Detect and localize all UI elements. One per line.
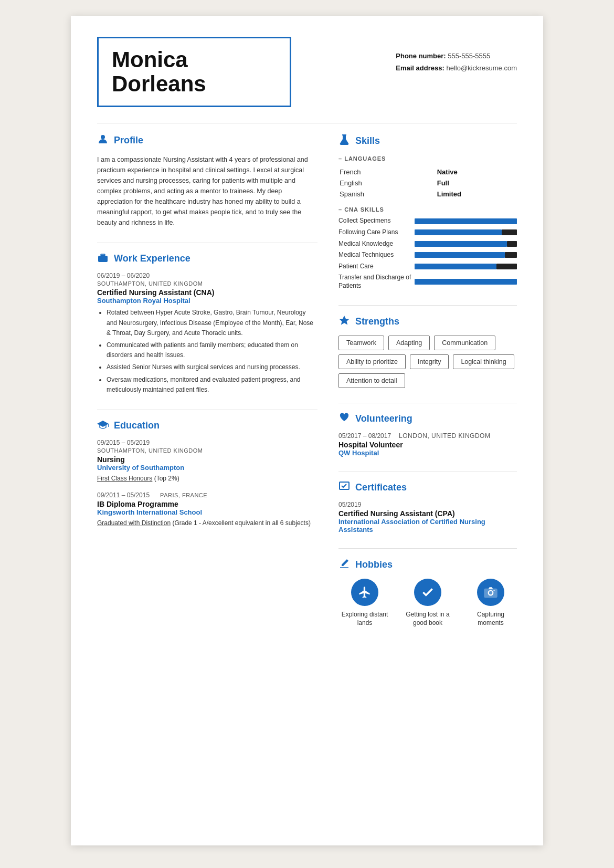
education-section: Education 09/2015 – 05/2019 SOUTHAMPTON,… <box>97 420 317 527</box>
left-column: Profile I am a compassionate Nursing Ass… <box>97 134 317 642</box>
certificates-title: Certificates <box>355 482 407 493</box>
certificates-section: Certificates 05/2019 Certified Nursing A… <box>338 482 517 534</box>
education-title: Education <box>114 420 160 431</box>
lang-level: Native <box>437 167 516 177</box>
lang-name: Spanish <box>340 189 436 199</box>
edu-entry-0: 09/2015 – 05/2019 SOUTHAMPTON, UNITED KI… <box>97 439 317 482</box>
cna-skill-label: Transfer and Discharge of Patients <box>338 274 415 290</box>
strength-tag: Communication <box>434 336 495 350</box>
languages-header: – LANGUAGES <box>338 155 517 162</box>
flask-icon <box>338 134 350 148</box>
hobby-label: Exploring distant lands <box>338 610 391 628</box>
volunteering-header: Volunteering <box>338 413 517 425</box>
cna-skill-bar <box>415 279 517 285</box>
lang-row: SpanishLimited <box>340 189 516 199</box>
hobby-item: Getting lost in a good book <box>401 579 454 628</box>
certificates-header: Certificates <box>338 482 517 494</box>
strength-tag: Attention to detail <box>338 373 405 388</box>
skills-section: Skills – LANGUAGES FrenchNativeEnglishFu… <box>338 134 517 290</box>
edu-honor-1: Graduated with Distinction (Grade 1 - A/… <box>97 519 317 527</box>
skills-header: Skills <box>338 134 517 148</box>
profile-title: Profile <box>114 135 143 146</box>
hobbies-section: Hobbies Exploring distant lands Getting … <box>338 558 517 628</box>
edu-degree-1: IB Diploma Programme <box>97 500 317 508</box>
lang-level: Limited <box>437 189 516 199</box>
email-row: Email address: hello@kickresume.com <box>396 62 517 74</box>
lang-row: FrenchNative <box>340 167 516 177</box>
cna-skill-row: Collect Specimens <box>338 217 517 225</box>
cna-skill-bar <box>415 218 517 224</box>
edu-honor-note-0: (Top 2%) <box>152 475 179 482</box>
svg-point-12 <box>493 590 494 591</box>
edu-honor-0: First Class Honours (Top 2%) <box>97 475 317 482</box>
edu-entry-1: 09/2011 – 05/2015 PARIS, FRANCE IB Diplo… <box>97 491 317 527</box>
strength-tag: Logical thinking <box>453 354 514 369</box>
phone-row: Phone number: 555-555-5555 <box>396 50 517 62</box>
strength-tag: Ability to prioritize <box>338 354 406 369</box>
svg-point-0 <box>101 135 105 139</box>
lang-row: EnglishFull <box>340 178 516 188</box>
phone-value: 555-555-5555 <box>448 52 490 60</box>
work-header: Work Experience <box>97 253 317 265</box>
cna-skill-fill <box>415 241 507 247</box>
cna-skill-bar <box>415 241 517 247</box>
work-dates-0: 06/2019 – 06/2020 <box>97 272 317 279</box>
bullet-0-0: Rotated between Hyper Acute Stroke, Gast… <box>107 308 317 338</box>
hobbies-title: Hobbies <box>355 559 393 570</box>
graduation-icon <box>97 420 109 432</box>
cna-skill-fill <box>415 229 502 235</box>
cna-skill-label: Medical Knowledge <box>338 240 415 248</box>
cert-divider <box>338 548 517 549</box>
work-title: Work Experience <box>114 253 190 264</box>
vol-dates-0: 05/2017 – 08/2017 <box>338 432 391 440</box>
education-header: Education <box>97 420 317 432</box>
lang-level: Full <box>437 178 516 188</box>
resume-header: Monica Dorleans Phone number: 555-555-55… <box>97 37 517 107</box>
work-location-0: SOUTHAMPTON, UNITED KINGDOM <box>97 280 317 287</box>
profile-text: I am a compassionate Nursing Assistant w… <box>97 154 317 228</box>
strengths-section: Strengths TeamworkAdaptingCommunicationA… <box>338 315 517 388</box>
name-box: Monica Dorleans <box>97 37 291 107</box>
bullet-0-2: Assisted Senior Nurses with surgical ser… <box>107 362 317 372</box>
cna-header: – CNA SKILLS <box>338 206 517 213</box>
hobby-item: Capturing moments <box>464 579 517 628</box>
cna-skill-fill <box>415 279 517 285</box>
volunteering-title: Volunteering <box>355 413 412 424</box>
strengths-header: Strengths <box>338 315 517 328</box>
vol-meta-0: 05/2017 – 08/2017 LONDON, UNITED KINGDOM <box>338 432 517 440</box>
edu-degree-0: Nursing <box>97 455 317 464</box>
phone-label: Phone number: <box>396 52 446 60</box>
svg-marker-7 <box>340 316 350 325</box>
pencil-icon <box>338 558 350 571</box>
cna-skill-label: Medical Techniques <box>338 251 415 259</box>
person-icon <box>97 134 109 147</box>
work-bullets-0: Rotated between Hyper Acute Stroke, Gast… <box>107 308 317 395</box>
heart-icon <box>338 413 350 425</box>
vol-org-0: QW Hospital <box>338 449 517 457</box>
cna-skill-row: Following Care Plans <box>338 228 517 237</box>
hobby-item: Exploring distant lands <box>338 579 391 628</box>
email-label: Email address: <box>396 64 444 72</box>
cert-icon <box>338 482 350 494</box>
skills-divider <box>338 305 517 306</box>
work-divider <box>97 410 317 410</box>
strengths-grid: TeamworkAdaptingCommunicationAbility to … <box>338 336 517 388</box>
cna-skill-row: Transfer and Discharge of Patients <box>338 274 517 290</box>
hobby-icon <box>414 579 441 606</box>
svg-rect-2 <box>98 256 108 262</box>
cna-skill-bar <box>415 229 517 235</box>
edu-dates-1: 09/2011 – 05/2015 <box>97 491 150 499</box>
languages-table: FrenchNativeEnglishFullSpanishLimited <box>338 166 517 200</box>
main-content: Profile I am a compassionate Nursing Ass… <box>97 134 517 642</box>
edu-honor-text-1: Graduated with Distinction <box>97 519 171 527</box>
strength-tag: Teamwork <box>338 336 384 350</box>
cna-skill-fill <box>415 218 517 224</box>
strengths-title: Strengths <box>355 316 399 327</box>
right-column: Skills – LANGUAGES FrenchNativeEnglishFu… <box>338 134 517 642</box>
cert-org-0: International Association of Certified N… <box>338 518 517 534</box>
vol-title-0: Hospital Volunteer <box>338 441 517 449</box>
work-jobtitle-0: Certified Nursing Assistant (CNA) <box>97 288 317 297</box>
profile-divider <box>97 243 317 243</box>
profile-header: Profile <box>97 134 317 147</box>
vol-entry-0: 05/2017 – 08/2017 LONDON, UNITED KINGDOM… <box>338 432 517 457</box>
